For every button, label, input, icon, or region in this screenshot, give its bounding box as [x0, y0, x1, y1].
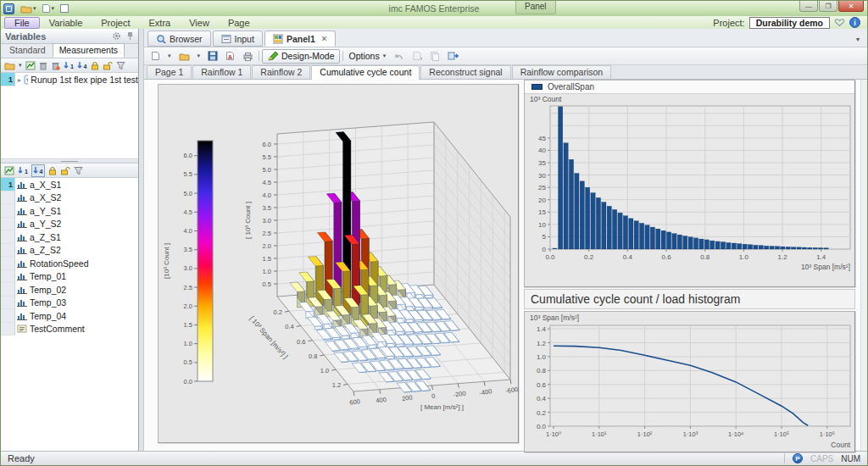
signal-icon — [17, 246, 27, 254]
sort-asc-1-icon[interactable]: 1 — [18, 166, 28, 175]
lock-icon[interactable] — [91, 61, 99, 70]
variable-row[interactable]: Temp_01 — [1, 270, 138, 284]
info-icon[interactable]: i — [849, 17, 860, 28]
variables-list[interactable]: 1a_X_S1a_X_S2a_Y_S1a_Y_S2a_Z_S1a_Z_S2Rot… — [1, 178, 138, 451]
project-value[interactable]: Durability demo — [749, 17, 830, 29]
variable-row[interactable]: a_Y_S2 — [1, 218, 138, 231]
variable-row[interactable]: a_Z_S2 — [1, 244, 138, 258]
menu-project[interactable]: Project — [92, 17, 139, 29]
measurement-row[interactable]: 1 ▸ Runup 1st flex pipe 1st test — [1, 73, 138, 86]
delete-all-icon[interactable] — [51, 61, 60, 70]
rainflow-3d-chart[interactable]: 0.51.01.52.02.53.03.54.04.55.05.56.0[ 10… — [158, 84, 519, 443]
pdf-export-button[interactable]: A — [223, 49, 237, 64]
delete-icon[interactable] — [39, 61, 47, 70]
svg-text:4: 4 — [40, 169, 43, 175]
copy-page-icon — [430, 51, 440, 61]
app-icon[interactable] — [3, 3, 14, 14]
filter-icon[interactable] — [116, 61, 125, 70]
undo-button[interactable] — [391, 49, 407, 64]
expand-icon[interactable]: ▸ — [15, 76, 24, 84]
filter-icon[interactable] — [74, 166, 83, 175]
page-tab-cumulative-cycle-count[interactable]: Cumulative cycle count — [311, 65, 420, 80]
page-tab-rainflow-comparison[interactable]: Rainflow comparison — [512, 65, 611, 79]
variable-row[interactable]: a_X_S2 — [1, 191, 138, 205]
variable-row[interactable]: a_Z_S1 — [1, 230, 138, 244]
svg-text:5: 5 — [542, 233, 547, 241]
tab-standard[interactable]: Standard — [3, 43, 53, 58]
menu-variable[interactable]: Variable — [40, 17, 92, 29]
menu-extra[interactable]: Extra — [140, 17, 181, 29]
dropdown-button[interactable]: ▾ — [195, 49, 203, 64]
open-folder-button[interactable] — [176, 49, 192, 64]
variable-row[interactable]: TestComment — [1, 323, 138, 336]
sort-asc-1-icon[interactable]: 1 — [64, 61, 74, 70]
measurements-list[interactable]: 1 ▸ Runup 1st flex pipe 1st test — [1, 73, 138, 159]
unlock-icon[interactable] — [103, 61, 113, 70]
paste-page-button[interactable]: ▾ — [409, 49, 425, 64]
page-tab-page-1[interactable]: Page 1 — [147, 65, 192, 79]
favorites-heart-icon[interactable] — [834, 18, 845, 27]
unlock-icon[interactable] — [60, 166, 70, 175]
svg-text:[10³ Count ]: [10³ Count ] — [163, 243, 170, 279]
variable-row[interactable]: RotationSpeed — [1, 257, 138, 270]
open-folder-icon[interactable] — [4, 61, 15, 70]
svg-text:1.5: 1.5 — [184, 321, 192, 329]
page-tab-rainflow-1[interactable]: Rainflow 1 — [192, 65, 251, 79]
lock-icon[interactable] — [48, 166, 57, 175]
save-button[interactable] — [205, 49, 220, 64]
overall-span-chart[interactable]: OverallSpan 0510152025303540450.00.20.40… — [524, 80, 855, 287]
signal-icon — [17, 180, 27, 189]
panel-window-title[interactable]: Panel — [515, 1, 556, 14]
doc-tab-browser[interactable]: Browser — [147, 31, 211, 47]
chart-icon[interactable] — [4, 166, 14, 175]
svg-text:600: 600 — [349, 397, 361, 407]
page-tab-rainflow-2[interactable]: Rainflow 2 — [252, 65, 310, 79]
row-number — [1, 309, 15, 323]
p-badge-icon[interactable]: P — [793, 453, 803, 463]
chart-icon[interactable] — [25, 61, 36, 70]
options-button[interactable]: Options ▾ — [346, 49, 388, 64]
sort-asc-4-icon[interactable]: 4 — [31, 164, 45, 177]
page-tab-reconstruct-signal[interactable]: Reconstruct signal — [420, 65, 510, 79]
doc-tab-input[interactable]: Input — [213, 31, 263, 47]
variable-row[interactable]: Temp_03 — [1, 297, 138, 310]
export-button[interactable] — [445, 49, 461, 64]
variable-name: a_Y_S2 — [30, 219, 61, 229]
restore-button[interactable]: ❐ — [819, 1, 837, 12]
tab-measurements[interactable]: Measurements — [53, 43, 125, 58]
svg-text:200: 200 — [401, 394, 413, 403]
minimize-button[interactable]: — — [799, 1, 818, 12]
variable-row[interactable]: 1a_X_S1 — [1, 178, 138, 191]
variable-row[interactable]: Temp_02 — [1, 283, 138, 297]
variable-row[interactable]: Temp_04 — [1, 309, 138, 323]
pin-icon[interactable] — [126, 31, 134, 41]
pen-icon — [268, 51, 279, 61]
svg-text:0: 0 — [542, 246, 547, 253]
copy-page-button[interactable] — [427, 49, 442, 64]
cumulative-cycle-chart[interactable]: 0.00.20.40.60.81.01.21.41·10⁰1·10¹1·10²1… — [524, 311, 855, 452]
dropdown-button[interactable]: ▾ — [165, 49, 174, 64]
menu-view[interactable]: View — [180, 17, 219, 29]
dropdown-icon[interactable]: ▾ — [19, 62, 22, 69]
new-page-button[interactable] — [148, 49, 163, 64]
sort-asc-4-icon[interactable]: 4 — [77, 61, 87, 70]
sidebar-splitter[interactable] — [1, 159, 138, 164]
svg-text:0.6: 0.6 — [297, 338, 305, 346]
open-folder-button[interactable]: ▾ — [19, 3, 38, 15]
measurement-icon — [24, 75, 28, 85]
svg-text:0.6: 0.6 — [661, 253, 671, 261]
design-mode-button[interactable]: Design-Mode — [262, 49, 340, 64]
new-page-button[interactable]: ▾ — [40, 3, 57, 15]
checkbox-button[interactable] — [58, 3, 71, 15]
close-tab-icon[interactable]: ✕ — [321, 35, 328, 43]
svg-text:0.8: 0.8 — [537, 367, 547, 374]
print-button[interactable] — [240, 49, 256, 64]
variable-row[interactable]: a_Y_S1 — [1, 204, 138, 218]
menu-page[interactable]: Page — [219, 17, 259, 29]
close-button[interactable]: ✕ — [838, 1, 864, 12]
doc-tab-panel1[interactable]: Panel1✕ — [264, 31, 336, 47]
scroll-strip[interactable] — [860, 80, 867, 451]
gear-icon[interactable] — [112, 31, 121, 41]
tab-overflow-button[interactable]: ▾ — [852, 36, 864, 47]
menu-file[interactable]: File — [4, 17, 40, 29]
